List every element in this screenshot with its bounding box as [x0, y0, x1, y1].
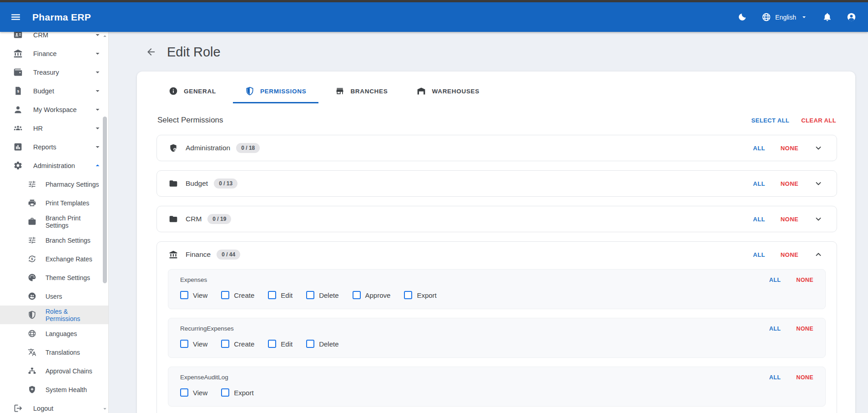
- sidebar-item-budget[interactable]: $Budget: [0, 82, 108, 100]
- sidebar-item-theme-settings[interactable]: Theme Settings: [0, 268, 108, 287]
- section-all-link[interactable]: ALL: [769, 277, 781, 283]
- gear-icon: [13, 161, 23, 170]
- account-icon[interactable]: [847, 12, 856, 22]
- sidebar-item-logout[interactable]: Logout: [0, 399, 108, 413]
- sidebar-scrollbar[interactable]: [102, 32, 107, 413]
- group-all-link[interactable]: ALL: [753, 180, 765, 187]
- group-all-link[interactable]: ALL: [753, 251, 765, 258]
- checkbox-label: Approve: [365, 291, 391, 299]
- sidebar-item-branch-settings[interactable]: Branch Settings: [0, 231, 108, 250]
- checkbox-icon[interactable]: [306, 340, 314, 348]
- sidebar-item-label: System Health: [45, 386, 87, 393]
- sidebar-item-approval-chains[interactable]: Approval Chains: [0, 362, 108, 380]
- checkbox-icon[interactable]: [221, 340, 229, 348]
- sidebar-item-hr[interactable]: HR: [0, 119, 108, 138]
- section-all-link[interactable]: ALL: [769, 326, 781, 332]
- section-none-link[interactable]: NONE: [796, 374, 813, 381]
- sidebar-item-label: CRM: [33, 32, 48, 39]
- checkbox-icon[interactable]: [268, 340, 276, 348]
- checkbox-label: Delete: [319, 340, 338, 348]
- checkbox-icon[interactable]: [404, 291, 412, 299]
- checkbox-label: View: [193, 291, 207, 299]
- menu-icon[interactable]: [10, 11, 21, 23]
- checkbox-icon[interactable]: [353, 291, 361, 299]
- permission-expenses-export[interactable]: Export: [404, 291, 436, 299]
- sidebar-nav: CRMFinanceTreasury$BudgetMy WorkspaceHRR…: [0, 32, 108, 413]
- dark-mode-moon-icon[interactable]: [737, 12, 747, 22]
- group-none-link[interactable]: NONE: [781, 216, 798, 223]
- back-button[interactable]: [142, 43, 160, 61]
- tab-permissions[interactable]: PERMISSIONS: [233, 79, 318, 103]
- sidebar-item-label: Administration: [33, 162, 75, 169]
- checkbox-icon[interactable]: [221, 388, 229, 397]
- sidebar-item-pharmacy-settings[interactable]: Pharmacy Settings: [0, 175, 108, 194]
- sidebar-item-translations[interactable]: Translations: [0, 343, 108, 362]
- section-name: RecurringExpenses: [180, 325, 234, 332]
- group-none-link[interactable]: NONE: [781, 180, 798, 187]
- shield-plus-icon: [28, 385, 36, 394]
- checkbox-icon[interactable]: [268, 291, 276, 299]
- group-header[interactable]: Finance0 / 44ALLNONE: [157, 242, 837, 267]
- group-all-link[interactable]: ALL: [753, 216, 765, 223]
- tab-warehouses[interactable]: WAREHOUSES: [404, 79, 492, 103]
- section-none-link[interactable]: NONE: [796, 277, 813, 283]
- group-header[interactable]: Administration0 / 18ALLNONE: [157, 135, 837, 161]
- sidebar-item-system-health[interactable]: System Health: [0, 380, 108, 399]
- chevron-up-icon: [814, 250, 823, 259]
- sidebar-item-users[interactable]: Users: [0, 287, 108, 306]
- checkbox-icon[interactable]: [180, 291, 188, 299]
- group-header[interactable]: Budget0 / 13ALLNONE: [157, 171, 837, 196]
- checkbox-icon[interactable]: [180, 340, 188, 348]
- permission-expenses-approve[interactable]: Approve: [353, 291, 391, 299]
- group-all-link[interactable]: ALL: [753, 145, 765, 152]
- section-none-link[interactable]: NONE: [796, 326, 813, 332]
- sidebar-item-print-templates[interactable]: Print Templates: [0, 194, 108, 212]
- permission-group-budget: Budget0 / 13ALLNONE: [156, 170, 837, 197]
- sidebar-item-my-workspace[interactable]: My Workspace: [0, 100, 108, 119]
- select-all-link[interactable]: SELECT ALL: [752, 117, 790, 124]
- notifications-bell-icon[interactable]: [823, 12, 832, 22]
- permission-recurringexpenses-edit[interactable]: Edit: [268, 340, 293, 348]
- caret-down-icon: [93, 32, 102, 39]
- checkbox-icon[interactable]: [221, 291, 229, 299]
- permission-expenses-view[interactable]: View: [180, 291, 207, 299]
- permission-recurringexpenses-view[interactable]: View: [180, 340, 207, 348]
- checkbox-label: Create: [234, 291, 254, 299]
- sidebar-item-administration[interactable]: Administration: [0, 156, 108, 175]
- section-all-link[interactable]: ALL: [769, 374, 781, 381]
- group-header[interactable]: CRM0 / 19ALLNONE: [157, 206, 837, 232]
- sidebar-item-languages[interactable]: Languages: [0, 324, 108, 343]
- checkbox-label: Export: [234, 389, 253, 397]
- tree-icon: [28, 367, 36, 375]
- tab-branches[interactable]: BRANCHES: [323, 79, 400, 103]
- permission-recurringexpenses-create[interactable]: Create: [221, 340, 254, 348]
- sidebar-item-branch-print-settings[interactable]: Branch Print Settings: [0, 212, 108, 231]
- scroll-up-icon[interactable]: [102, 34, 107, 39]
- scroll-down-icon[interactable]: [102, 406, 107, 411]
- checkbox-label: Delete: [319, 291, 338, 299]
- checkbox-icon[interactable]: [180, 388, 188, 397]
- shield-tab-icon: [245, 87, 254, 96]
- sidebar-item-roles-permissions[interactable]: Roles & Permissions: [0, 306, 108, 324]
- permission-expenses-edit[interactable]: Edit: [268, 291, 293, 299]
- sidebar-item-treasury[interactable]: Treasury: [0, 63, 108, 82]
- sidebar-item-crm[interactable]: CRM: [0, 32, 108, 44]
- tab-general[interactable]: GENERAL: [156, 79, 228, 103]
- permission-expenses-create[interactable]: Create: [221, 291, 254, 299]
- language-selector[interactable]: English: [762, 12, 808, 22]
- sidebar-item-finance[interactable]: Finance: [0, 44, 108, 63]
- permission-expenses-delete[interactable]: Delete: [306, 291, 338, 299]
- permission-recurringexpenses-delete[interactable]: Delete: [306, 340, 338, 348]
- tab-label: PERMISSIONS: [260, 88, 306, 95]
- sidebar-item-reports[interactable]: Reports: [0, 138, 108, 156]
- permission-expenseauditlog-view[interactable]: View: [180, 388, 207, 397]
- permission-expenseauditlog-export[interactable]: Export: [221, 388, 253, 397]
- group-count-badge: 0 / 19: [207, 214, 231, 224]
- scrollbar-thumb[interactable]: [103, 117, 107, 283]
- sidebar-item-exchange-rates[interactable]: $Exchange Rates: [0, 250, 108, 268]
- tune-icon: [28, 236, 36, 245]
- group-none-link[interactable]: NONE: [781, 251, 798, 258]
- checkbox-icon[interactable]: [306, 291, 314, 299]
- group-none-link[interactable]: NONE: [781, 145, 798, 152]
- clear-all-link[interactable]: CLEAR ALL: [801, 117, 836, 124]
